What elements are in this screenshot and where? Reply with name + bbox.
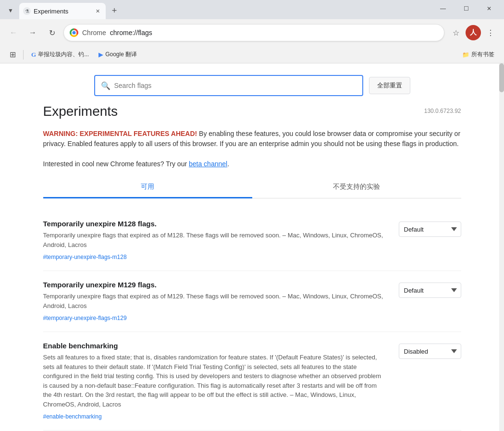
- tab-available[interactable]: 可用: [43, 177, 252, 198]
- search-bar-container: 🔍: [94, 75, 363, 96]
- folder-icon: 📁: [462, 51, 469, 58]
- url-bar[interactable]: Chrome chrome://flags: [63, 24, 444, 41]
- search-section: 🔍 全部重置: [0, 63, 504, 104]
- tab-title: Experiments: [34, 8, 90, 15]
- forward-button[interactable]: →: [25, 25, 40, 40]
- flag-desc-benchmarking: Sets all features to a fixed state; that…: [43, 353, 387, 409]
- all-bookmarks-label: 所有书签: [471, 50, 494, 59]
- tab-area: ▼ ⚗ Experiments ✕ +: [4, 0, 121, 19]
- flag-select-benchmarking[interactable]: Default Enabled Disabled: [399, 344, 461, 359]
- svg-text:⚗: ⚗: [25, 9, 29, 14]
- bookmark-item-translate[interactable]: ▶ Google 翻译: [95, 49, 141, 61]
- beta-channel-link[interactable]: beta channel: [189, 160, 227, 168]
- menu-button[interactable]: ⋮: [483, 25, 498, 40]
- flag-info-benchmarking: Enable benchmarking Sets all features to…: [43, 342, 387, 420]
- search-input[interactable]: [114, 82, 356, 89]
- title-bar: ▼ ⚗ Experiments ✕ + — ☐ ✕: [0, 0, 504, 19]
- warning-section: WARNING: EXPERIMENTAL FEATURES AHEAD! By…: [43, 129, 461, 169]
- page-title: Experiments: [43, 104, 118, 119]
- scrollbar-thumb[interactable]: [499, 63, 504, 92]
- flag-item-benchmarking: Enable benchmarking Sets all features to…: [43, 332, 461, 431]
- flag-name-m128: Temporarily unexpire M128 flags.: [43, 220, 387, 228]
- all-bookmarks-button[interactable]: 📁 所有书签: [458, 49, 498, 61]
- tab-list-arrow[interactable]: ▼: [4, 4, 17, 17]
- apps-button[interactable]: ⊞: [6, 48, 19, 62]
- maximize-button[interactable]: ☐: [455, 2, 477, 15]
- flag-info-m128: Temporarily unexpire M128 flags. Tempora…: [43, 220, 387, 261]
- flag-name-m129: Temporarily unexpire M129 flags.: [43, 281, 387, 289]
- version-text: 130.0.6723.92: [424, 108, 461, 114]
- minimize-button[interactable]: —: [432, 2, 454, 15]
- flag-select-m128[interactable]: Default Enabled Disabled: [399, 222, 461, 237]
- flag-select-m129[interactable]: Default Enabled Disabled: [399, 283, 461, 298]
- close-button[interactable]: ✕: [478, 2, 500, 15]
- warning-prefix: WARNING: EXPERIMENTAL FEATURES AHEAD!: [43, 130, 197, 137]
- flag-control-m128: Default Enabled Disabled: [399, 220, 461, 261]
- main-content: 🔍 全部重置 Experiments 130.0.6723.92 WARNING…: [0, 63, 504, 431]
- reset-all-button[interactable]: 全部重置: [369, 77, 410, 94]
- flag-link-benchmarking[interactable]: #enable-benchmarking: [43, 413, 102, 420]
- bookmark-translate-label: Google 翻译: [105, 50, 137, 59]
- flag-link-m128[interactable]: #temporary-unexpire-flags-m128: [43, 254, 127, 260]
- flag-control-benchmarking: Default Enabled Disabled: [399, 342, 461, 420]
- flag-desc-m128: Temporarily unexpire flags that expired …: [43, 231, 387, 249]
- flag-name-benchmarking: Enable benchmarking: [43, 342, 387, 350]
- window-controls: — ☐ ✕: [432, 2, 504, 19]
- search-icon: 🔍: [101, 81, 111, 90]
- flag-control-m129: Default Enabled Disabled: [399, 281, 461, 322]
- chrome-label: Chrome: [82, 29, 106, 37]
- beta-period: .: [227, 160, 229, 168]
- scrollbar[interactable]: [499, 63, 504, 431]
- tab-favicon: ⚗: [23, 7, 31, 15]
- bookmarks-bar: ⊞ G 举报垃圾内容、钓... ▶ Google 翻译 📁 所有书签: [0, 46, 504, 63]
- flag-desc-m129: Temporarily unexpire flags that expired …: [43, 292, 387, 310]
- back-button[interactable]: ←: [6, 25, 21, 40]
- bookmarks-divider: [23, 50, 24, 60]
- beta-prompt: Interested in cool new Chrome features? …: [43, 160, 189, 168]
- url-text: chrome://flags: [110, 29, 438, 37]
- content-section: Experiments 130.0.6723.92 WARNING: EXPER…: [24, 104, 480, 431]
- flag-item-m128: Temporarily unexpire M128 flags. Tempora…: [43, 210, 461, 271]
- google-g-icon: G: [31, 51, 36, 59]
- address-bar: ← → ↻ Chrome chrome://flags ☆ 人 ⋮: [0, 19, 504, 46]
- chrome-icon: [70, 28, 78, 37]
- translate-icon: ▶: [98, 51, 103, 58]
- flag-link-m129[interactable]: #temporary-unexpire-flags-m129: [43, 315, 127, 321]
- active-tab[interactable]: ⚗ Experiments ✕: [19, 3, 106, 19]
- bookmark-button[interactable]: ☆: [448, 25, 464, 40]
- tabs-section: 可用 不受支持的实验: [43, 177, 461, 198]
- new-tab-button[interactable]: +: [108, 4, 121, 17]
- flag-info-m129: Temporarily unexpire M129 flags. Tempora…: [43, 281, 387, 322]
- address-actions: ☆ 人 ⋮: [448, 25, 498, 40]
- bookmark-spam-label: 举报垃圾内容、钓...: [38, 50, 89, 59]
- refresh-button[interactable]: ↻: [44, 25, 60, 40]
- bookmark-item-spam[interactable]: G 举报垃圾内容、钓...: [27, 49, 93, 61]
- flag-item-m129: Temporarily unexpire M129 flags. Tempora…: [43, 271, 461, 332]
- tab-close-button[interactable]: ✕: [93, 7, 102, 15]
- profile-button[interactable]: 人: [466, 25, 481, 40]
- tab-unsupported[interactable]: 不受支持的实验: [252, 177, 461, 198]
